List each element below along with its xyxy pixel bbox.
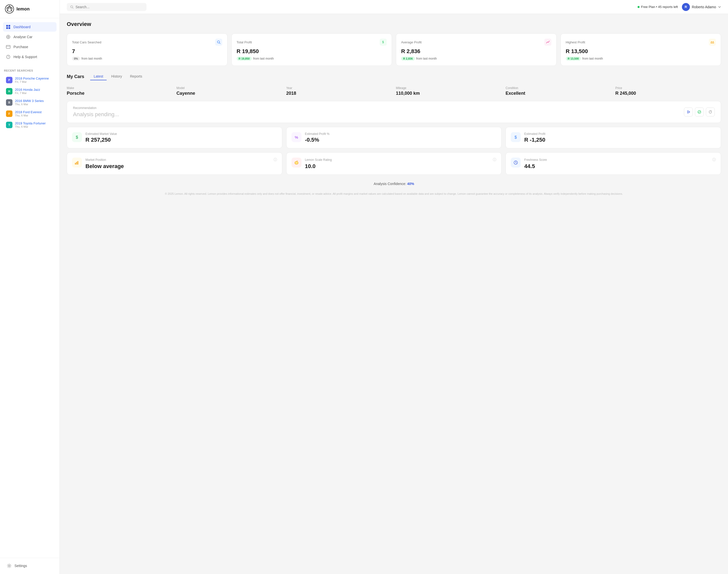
- svg-text:$: $: [76, 135, 78, 139]
- header-right: Free Plan • 45 reports left R Roberto Ad…: [638, 3, 721, 11]
- svg-line-19: [73, 7, 73, 8]
- search-icon: [70, 5, 74, 9]
- svg-text:$: $: [514, 135, 517, 139]
- make-value: Porsche: [67, 91, 172, 96]
- clock-icon: [511, 158, 521, 168]
- svg-rect-13: [6, 45, 10, 48]
- recent-car-date: Fri, 7 Mar: [15, 91, 54, 94]
- avatar: P: [6, 77, 12, 83]
- info-icon[interactable]: ⓘ: [274, 158, 277, 162]
- check-icon: [697, 110, 701, 114]
- my-cars-title: My Cars: [67, 74, 84, 79]
- help-icon: ?: [6, 54, 10, 59]
- recommendation-card: Recommendation Analysis pending...: [67, 101, 721, 123]
- search-input[interactable]: [76, 5, 143, 9]
- year-label: Year: [286, 86, 392, 90]
- svg-rect-6: [8, 25, 10, 27]
- run-analysis-button[interactable]: [684, 108, 693, 116]
- metric-card-profit-pct: % Estimated Profit % -0.5%: [286, 127, 502, 148]
- svg-rect-29: [78, 161, 78, 165]
- list-item[interactable]: T 2019 Toyota Fortuner Thu, 6 Mar: [4, 119, 55, 130]
- page-content: Overview Total Cars Searched 7 0%: [60, 14, 728, 574]
- recent-car-name: 2019 Toyota Fortuner: [15, 121, 54, 125]
- tab-latest[interactable]: Latest: [90, 73, 107, 80]
- help-label: Help & Support: [13, 55, 37, 59]
- metric-value: R 257,250: [85, 137, 277, 143]
- main-content: Free Plan • 45 reports left R Roberto Ad…: [60, 0, 728, 574]
- refresh-button[interactable]: [706, 108, 715, 116]
- analysis-confidence: Analysis Confidence: 40%: [67, 179, 721, 189]
- sidebar: lemon Dashboard Analyse Car: [0, 0, 60, 574]
- sidebar-item-help[interactable]: ? Help & Support: [3, 52, 56, 62]
- stats-grid: Total Cars Searched 7 0% from last month: [67, 33, 721, 66]
- stat-value: R 19,850: [237, 48, 387, 54]
- list-item[interactable]: P 2018 Porsche Cayenne Fri, 7 Mar: [4, 75, 55, 85]
- free-plan-badge: Free Plan • 45 reports left: [638, 5, 678, 9]
- recent-car-date: Thu, 6 Mar: [15, 114, 54, 117]
- svg-point-12: [8, 36, 9, 37]
- status-dot: [638, 6, 640, 8]
- stat-value: R 2,836: [401, 48, 551, 54]
- recent-car-date: Thu, 6 Mar: [15, 103, 54, 106]
- condition-value: Excellent: [505, 91, 611, 96]
- user-name: Roberto Adamo: [692, 5, 716, 9]
- recommendation-value: Analysis pending...: [73, 111, 119, 118]
- price-value: R 245,000: [616, 91, 721, 96]
- metric-card-freshness: Freshness Score ⓘ 44.5: [505, 152, 721, 175]
- sidebar-item-settings[interactable]: Settings: [4, 561, 55, 571]
- metric-label-text: Estimated Market Value: [85, 132, 117, 136]
- avatar: H: [6, 88, 12, 94]
- my-cars-header: My Cars Latest History Reports: [67, 73, 721, 80]
- logo-text: lemon: [16, 6, 30, 12]
- stat-value: R 13,500: [566, 48, 716, 54]
- sidebar-item-purchase[interactable]: Purchase: [3, 42, 56, 52]
- car-meta: Make Porsche Model Cayenne Year 2018 Mil…: [67, 86, 721, 96]
- stat-value: 7: [72, 48, 222, 54]
- avg-stat-icon: [544, 39, 551, 46]
- svg-rect-5: [6, 25, 8, 27]
- info-icon[interactable]: ⓘ: [493, 158, 496, 162]
- sidebar-item-analyse[interactable]: Analyse Car: [3, 32, 56, 42]
- bar-chart-icon: [72, 158, 82, 168]
- list-item[interactable]: B 2016 BMW 3 Series Thu, 6 Mar: [4, 97, 55, 108]
- stat-label-text: Total Profit: [237, 40, 252, 44]
- recommendation-actions: [684, 108, 715, 116]
- avatar: F: [6, 111, 12, 117]
- tab-reports[interactable]: Reports: [127, 73, 146, 80]
- stat-card-avg-profit: Average Profit R 2,836 R 2,836 from last…: [396, 33, 557, 66]
- check-button[interactable]: [695, 108, 704, 116]
- stat-card-highest-profit: Highest Profit R 13,500 R 13,500 from la…: [560, 33, 721, 66]
- tab-history[interactable]: History: [108, 73, 126, 80]
- info-icon[interactable]: ⓘ: [712, 158, 716, 162]
- list-item[interactable]: F 2018 Ford Everest Thu, 6 Mar: [4, 108, 55, 119]
- lemon-icon: [291, 158, 302, 168]
- sidebar-bottom: Settings: [0, 558, 59, 574]
- user-info[interactable]: R Roberto Adamo: [682, 3, 721, 11]
- make-label: Make: [67, 86, 172, 90]
- confidence-text: Analysis Confidence:: [374, 182, 406, 186]
- search-box[interactable]: [67, 3, 146, 11]
- stat-label-text: Highest Profit: [566, 40, 585, 44]
- recent-searches-section: Recent Searches P 2018 Porsche Cayenne F…: [0, 66, 59, 134]
- sidebar-item-dashboard[interactable]: Dashboard: [3, 22, 56, 32]
- metric-label-text: Estimated Profit %: [305, 132, 330, 136]
- profit-stat-icon: $: [380, 39, 387, 46]
- crown-stat-icon: [709, 39, 716, 46]
- stat-footer-text: from last month: [253, 57, 274, 60]
- price-label: Price: [616, 86, 721, 90]
- condition-label: Condition: [505, 86, 611, 90]
- percent-icon: %: [291, 132, 302, 142]
- search-stat-icon: [215, 39, 222, 46]
- svg-point-1: [7, 6, 12, 11]
- svg-line-2: [7, 5, 9, 11]
- svg-rect-28: [76, 162, 77, 165]
- list-item[interactable]: H 2016 Honda Jazz Fri, 7 Mar: [4, 86, 55, 96]
- metric-value: -0.5%: [305, 137, 497, 143]
- svg-rect-27: [75, 163, 76, 165]
- metric-card-profit: $ Estimated Profit R -1,250: [505, 127, 721, 148]
- recent-car-name: 2018 Porsche Cayenne: [15, 77, 54, 80]
- recent-car-name: 2016 BMW 3 Series: [15, 99, 54, 103]
- svg-point-17: [8, 565, 10, 567]
- metric-label-text: Market Position: [85, 158, 106, 162]
- stat-label-text: Average Profit: [401, 40, 421, 44]
